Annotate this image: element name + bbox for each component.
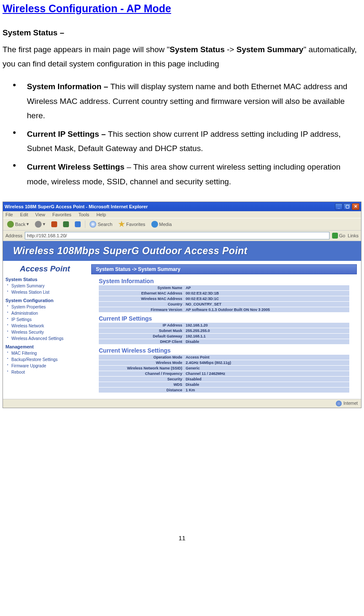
- sidebar-item-summary[interactable]: System Summary: [7, 283, 84, 289]
- sidebar-item-network[interactable]: Wireless Network: [7, 323, 84, 329]
- t: The first page appears in main page will…: [3, 45, 170, 54]
- sidebar-item-mac[interactable]: MAC Filtering: [7, 350, 84, 356]
- sidebar-item-reboot[interactable]: Reboot: [7, 369, 84, 375]
- doc-title: Wireless Configuration - AP Mode: [3, 3, 361, 15]
- back-button[interactable]: Back ▾: [5, 220, 31, 228]
- window-title: Wireless 108M SuperG Access Point - Micr…: [5, 204, 148, 209]
- close-button[interactable]: ✕: [352, 203, 359, 210]
- l: System Name: [99, 285, 184, 291]
- list-item: System Information – This will display s…: [13, 80, 361, 123]
- l: Wireless Mode: [99, 360, 184, 365]
- sidebar-item-properties[interactable]: System Properties: [7, 304, 84, 310]
- l: Favorites: [126, 222, 145, 227]
- menu-view[interactable]: View: [35, 212, 45, 217]
- favorites-button[interactable]: Favorites: [116, 220, 147, 228]
- l: Back: [15, 222, 25, 227]
- l: Channel / Frequency: [99, 371, 184, 376]
- menu-bar: File Edit View Favorites Tools Help: [3, 211, 361, 218]
- table-row: Operation ModeAccess Point: [99, 355, 349, 360]
- stop-icon: [51, 221, 57, 227]
- menu-edit[interactable]: Edit: [20, 212, 28, 217]
- links-label[interactable]: Links: [348, 233, 359, 238]
- table-row: Wireless Network Name (SSID)Generic: [99, 365, 349, 371]
- table-row: Wireless MAC Address00:02:E3:42:3D:1C: [99, 296, 349, 301]
- sidebar-item-firmware[interactable]: Firmware Upgrade: [7, 363, 84, 369]
- menu-file[interactable]: File: [5, 212, 13, 217]
- main-content: System Status -> System Summary System I…: [87, 261, 361, 399]
- toolbar: Back ▾ ▾ Search Favorites Media: [3, 218, 361, 231]
- v: 1 Km: [184, 387, 349, 393]
- wireless-settings-table: Operation ModeAccess Point Wireless Mode…: [99, 355, 349, 393]
- v: 192.168.1.20: [184, 323, 349, 328]
- menu-help[interactable]: Help: [96, 212, 106, 217]
- browser-screenshot: Wireless 108M SuperG Access Point - Micr…: [3, 202, 361, 408]
- page-banner: Wireless 108Mbps SuperG Outdoor Access P…: [3, 241, 361, 261]
- b: Current IP Settings –: [27, 130, 108, 138]
- b1: System Status: [170, 45, 225, 54]
- bullet-list: System Information – This will display s…: [13, 80, 361, 189]
- l: Default Gateway: [99, 333, 184, 339]
- sidebar-item-stationlist[interactable]: Wireless Station List: [7, 289, 84, 295]
- url-input[interactable]: http://192.168.1.20/: [25, 232, 329, 239]
- table-row: Wireless Mode2.4GHz 54Mbps (802.11g): [99, 360, 349, 365]
- v: NO_COUNTRY_SET: [184, 301, 349, 307]
- l: WDS: [99, 382, 184, 387]
- list-item: Current Wireless Settings – This area sh…: [13, 160, 361, 189]
- page-number: 11: [3, 534, 361, 542]
- window-buttons: _ ▢ ✕: [335, 203, 359, 210]
- section-heading: System Status –: [3, 28, 361, 37]
- l: Ethernet MAC Address: [99, 290, 184, 296]
- home-icon: [75, 221, 81, 227]
- v: Generic: [184, 365, 349, 371]
- section-wireless-settings: Current Wireless Settings: [99, 347, 349, 354]
- maximize-button[interactable]: ▢: [343, 203, 351, 210]
- v: 192.168.1.1: [184, 333, 349, 339]
- table-row: Firmware VersionAP software 0.1.3 Outdoo…: [99, 307, 349, 312]
- l: Wireless Network Name (SSID): [99, 365, 184, 371]
- menu-tools[interactable]: Tools: [79, 212, 90, 217]
- stop-button[interactable]: [50, 220, 59, 228]
- l: DHCP Client: [99, 339, 184, 344]
- home-button[interactable]: [73, 220, 82, 228]
- sidebar-item-backup[interactable]: Backup/Restore Settings: [7, 356, 84, 363]
- l: Operation Mode: [99, 355, 184, 360]
- table-row: Ethernet MAC Address00:02:E3:42:3D:1B: [99, 290, 349, 296]
- l: Wireless MAC Address: [99, 296, 184, 301]
- b: System Information –: [27, 82, 111, 91]
- b2: System Summary: [236, 45, 303, 54]
- sidebar-item-security[interactable]: Wireless Security: [7, 329, 84, 335]
- v: 2.4GHz 54Mbps (802.11g): [184, 360, 349, 365]
- refresh-button[interactable]: [61, 220, 71, 228]
- table-row: DHCP ClientDisable: [99, 339, 349, 344]
- refresh-icon: [63, 221, 69, 227]
- l: Go: [339, 233, 346, 238]
- menu-favorites[interactable]: Favorites: [53, 212, 71, 217]
- v: 00:02:E3:42:3D:1C: [184, 296, 349, 301]
- t: Internet: [343, 401, 358, 405]
- ip-settings-table: IP Address192.168.1.20 Subnet Mask255.25…: [99, 323, 349, 345]
- l: Distance: [99, 387, 184, 393]
- v: 00:02:E3:42:3D:1B: [184, 290, 349, 296]
- media-icon: [151, 221, 158, 228]
- table-row: Distance1 Km: [99, 387, 349, 393]
- sidebar-title: Access Point: [5, 264, 84, 273]
- v: Access Point: [184, 355, 349, 360]
- address-bar: Address http://192.168.1.20/ Go Links: [3, 231, 361, 241]
- status-bar: Internet: [3, 399, 361, 408]
- v: Disable: [184, 339, 349, 344]
- media-button[interactable]: Media: [150, 220, 174, 228]
- search-icon: [90, 221, 96, 228]
- sidebar-item-advanced[interactable]: Wireless Advanced Settings: [7, 335, 84, 342]
- sidebar-section-status: System Status: [5, 277, 84, 282]
- search-button[interactable]: Search: [88, 220, 114, 228]
- forward-button[interactable]: ▾: [33, 220, 47, 228]
- sidebar-item-admin[interactable]: Administration: [7, 310, 84, 316]
- status-right: Internet: [336, 401, 358, 406]
- table-row: SecurityDisabled: [99, 376, 349, 382]
- minimize-button[interactable]: _: [335, 203, 343, 210]
- sidebar-item-ip[interactable]: IP Settings: [7, 316, 84, 323]
- go-button[interactable]: Go: [332, 233, 346, 239]
- m: –: [124, 162, 133, 171]
- b: Current Wireless Settings: [27, 162, 124, 171]
- breadcrumb: System Status -> System Summary: [91, 264, 357, 274]
